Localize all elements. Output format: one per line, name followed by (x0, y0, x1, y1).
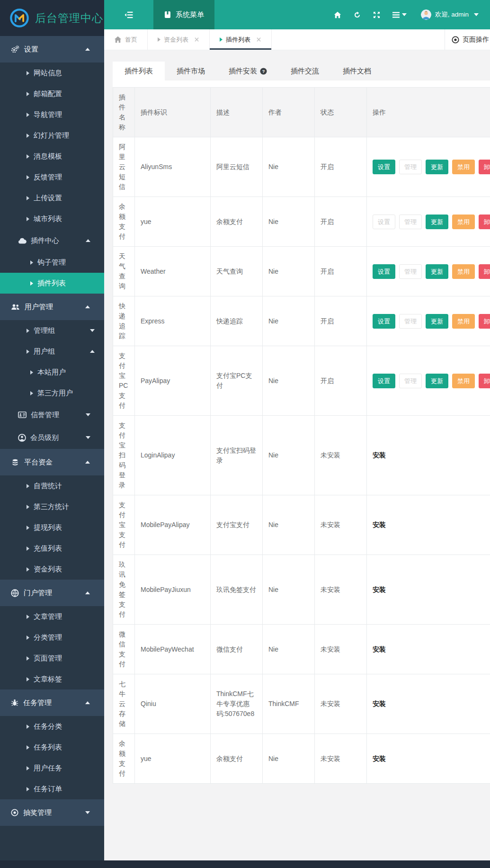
install-link[interactable]: 安装 (373, 451, 386, 459)
install-link[interactable]: 安装 (373, 521, 386, 528)
sidebar-item[interactable]: 文章管理 (0, 606, 104, 627)
sidebar-item-label: 资金列表 (34, 565, 62, 574)
fullscreen-button[interactable] (373, 11, 380, 18)
action-button[interactable]: 设置 (373, 374, 395, 388)
close-icon[interactable] (256, 36, 261, 44)
sidebar-item[interactable]: 本站用户 (0, 362, 104, 383)
user-menu[interactable]: 欢迎, admin (431, 10, 479, 19)
action-button[interactable]: 更新 (426, 160, 448, 174)
sidebar-toggle-button[interactable] (104, 0, 153, 29)
sidebar-section-label: 平台资金 (24, 458, 53, 467)
install-link[interactable]: 安装 (373, 755, 386, 762)
table-row: 天气查询Weather天气查询Nie开启设置管理更新禁用卸载 (113, 247, 490, 296)
home-button[interactable] (334, 11, 341, 18)
sidebar-item[interactable]: 任务分类 (0, 716, 104, 737)
tri-right-icon (27, 92, 29, 96)
sidebar-item[interactable]: 城市列表 (0, 208, 104, 229)
sidebar-item-plugin-list[interactable]: 插件列表 (0, 273, 104, 294)
sidebar-section-settings[interactable]: 设置 (0, 36, 104, 63)
sidebar-item[interactable]: 插件中心 (0, 229, 104, 252)
system-menu-tab[interactable]: 系统菜单 (153, 0, 214, 29)
action-button[interactable]: 卸载 (479, 215, 490, 229)
sidebar-item[interactable]: 会员级别 (0, 426, 104, 449)
menu-list-button[interactable] (392, 12, 407, 18)
cell-name: 天气查询 (113, 247, 135, 296)
action-button[interactable]: 禁用 (452, 314, 475, 329)
content-tab-active[interactable]: 插件列表 (113, 62, 165, 81)
refresh-button[interactable] (354, 11, 361, 18)
action-button[interactable]: 禁用 (452, 160, 475, 174)
sidebar-item[interactable]: 第三方统计 (0, 496, 104, 517)
sidebar-item-label: 会员级别 (30, 433, 59, 442)
content-tab[interactable]: 插件交流 (279, 62, 331, 81)
sidebar-item[interactable]: 管理组 (0, 320, 104, 341)
table-row: 余额支付yue余额支付Nie未安装安装 (113, 734, 490, 784)
cell-desc: 阿里云短信 (211, 137, 263, 197)
sidebar-item[interactable]: 提现列表 (0, 517, 104, 538)
action-button[interactable]: 更新 (426, 215, 448, 229)
sidebar-item[interactable]: 充值列表 (0, 538, 104, 559)
cell-status: 未安装 (315, 495, 367, 555)
sidebar-item[interactable]: 任务订单 (0, 779, 104, 799)
sidebar-item[interactable]: 分类管理 (0, 627, 104, 648)
sidebar-section-platform-funds[interactable]: 平台资金 (0, 449, 104, 475)
cell-author: Nie (263, 495, 315, 555)
sidebar-item[interactable]: 资金列表 (0, 559, 104, 580)
sidebar-item[interactable]: 邮箱配置 (0, 83, 104, 104)
content-tab[interactable]: 插件市场 (165, 62, 217, 81)
breadcrumb-tab[interactable]: 首页 (104, 29, 148, 50)
sidebar-item[interactable]: 网站信息 (0, 63, 104, 83)
sidebar-item[interactable]: 幻灯片管理 (0, 125, 104, 146)
action-button[interactable]: 更新 (426, 264, 448, 279)
breadcrumb-tab-active[interactable]: 插件列表 (210, 29, 272, 50)
action-button[interactable]: 设置 (373, 314, 395, 329)
install-link[interactable]: 安装 (373, 586, 386, 593)
sidebar-item[interactable]: 任务列表 (0, 737, 104, 758)
action-button[interactable]: 卸载 (479, 264, 490, 279)
action-button[interactable]: 设置 (373, 264, 395, 279)
close-icon[interactable] (194, 36, 199, 44)
sidebar-item[interactable]: 文章标签 (0, 669, 104, 689)
sidebar-item[interactable]: 上传设置 (0, 188, 104, 208)
breadcrumb-tab[interactable]: 资金列表 (148, 29, 210, 50)
action-button[interactable]: 卸载 (479, 160, 490, 174)
sidebar-section-lottery-management[interactable]: 抽奖管理 (0, 799, 104, 826)
caret-down-icon (86, 413, 90, 416)
content-tab[interactable]: 插件安装? (217, 62, 279, 81)
page-actions-button[interactable]: 页面操作 (445, 29, 490, 50)
action-button[interactable]: 禁用 (452, 215, 475, 229)
cloud-icon (18, 238, 27, 244)
action-button[interactable]: 禁用 (452, 374, 475, 388)
action-button[interactable]: 禁用 (452, 264, 475, 279)
install-link[interactable]: 安装 (373, 700, 386, 707)
sidebar-item[interactable]: 自营统计 (0, 475, 104, 496)
cell-status: 未安装 (315, 625, 367, 674)
action-button[interactable]: 设置 (373, 160, 395, 174)
sidebar-item[interactable]: 信誉管理 (0, 403, 104, 426)
caret-up-icon (85, 305, 90, 308)
sidebar-item[interactable]: 页面管理 (0, 648, 104, 669)
action-button[interactable]: 卸载 (479, 314, 490, 329)
action-button[interactable]: 更新 (426, 314, 448, 329)
sidebar-item[interactable]: 导航管理 (0, 104, 104, 125)
action-button: 管理 (399, 264, 422, 279)
install-link[interactable]: 安装 (373, 645, 386, 653)
sidebar-section-portal-management[interactable]: 门户管理 (0, 580, 104, 606)
topbar-actions: 欢迎, admin (321, 9, 490, 20)
sidebar-item[interactable]: 消息模板 (0, 146, 104, 167)
sidebar-section-label: 任务管理 (23, 698, 52, 707)
cell-status: 未安装 (315, 674, 367, 734)
sidebar-item[interactable]: 用户任务 (0, 758, 104, 779)
caret-up-icon (90, 350, 95, 353)
sidebar-item[interactable]: 用户组 (0, 341, 104, 362)
sidebar-item-label: 管理组 (34, 326, 55, 335)
sidebar-item[interactable]: 反馈管理 (0, 167, 104, 188)
action-button[interactable]: 卸载 (479, 374, 490, 388)
content-tab[interactable]: 插件文档 (331, 62, 383, 81)
cell-actions: 设置管理更新禁用卸载 (367, 346, 490, 416)
sidebar-section-user-management[interactable]: 用户管理 (0, 294, 104, 320)
sidebar-item[interactable]: 钩子管理 (0, 252, 104, 273)
action-button[interactable]: 更新 (426, 374, 448, 388)
sidebar-item[interactable]: 第三方用户 (0, 383, 104, 403)
sidebar-section-task-management[interactable]: 任务管理 (0, 689, 104, 716)
